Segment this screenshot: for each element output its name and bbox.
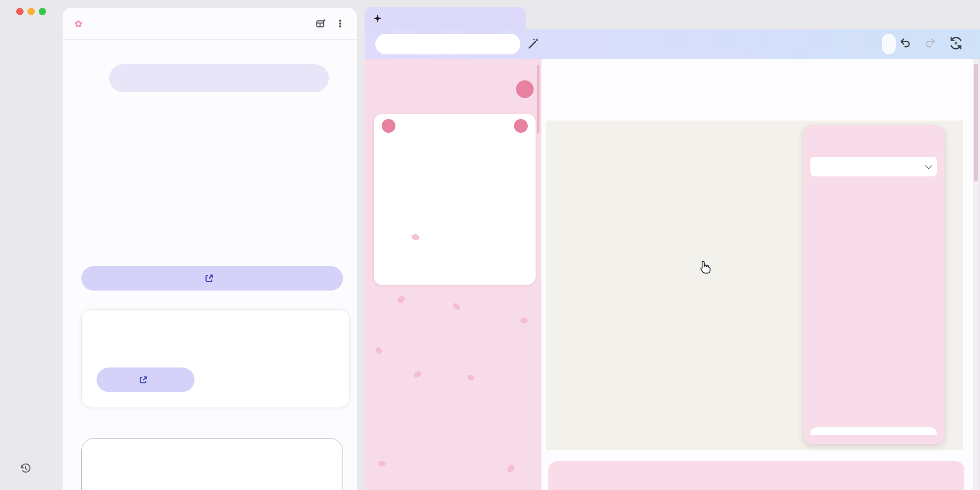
chat-header: ✿ ⋮ xyxy=(63,8,357,40)
calendar-card xyxy=(374,114,536,285)
chevron-down-icon xyxy=(925,162,932,169)
open-gentab-button[interactable] xyxy=(97,368,195,392)
spark-diamond-icon xyxy=(373,14,382,23)
spot-card-partial xyxy=(810,427,937,435)
user-message-bubble xyxy=(109,64,329,92)
external-link-icon xyxy=(139,375,148,385)
collapse-panel-button[interactable] xyxy=(516,80,534,98)
screen: ✿ ⋮ xyxy=(0,0,980,490)
toolbar-overflow-pill[interactable] xyxy=(882,34,896,54)
trip-planning-panel xyxy=(365,59,541,490)
chat-scroll-area[interactable] xyxy=(63,40,357,490)
close-window-button[interactable] xyxy=(16,8,24,15)
chat-panel: ✿ ⋮ xyxy=(63,8,357,490)
sakura-icon: ✿ xyxy=(74,18,82,29)
spot-type-select[interactable] xyxy=(810,157,937,176)
calendar-next-button[interactable] xyxy=(514,119,528,133)
history-icon[interactable] xyxy=(20,463,31,476)
viewing-spots-panel xyxy=(804,125,944,444)
tab-active-osaka-planner[interactable] xyxy=(365,7,526,29)
tab-strip xyxy=(365,5,980,29)
gentab-toolbar xyxy=(365,29,980,59)
gentab-grid-sparkle-icon[interactable] xyxy=(316,18,326,29)
gentab-ready-card xyxy=(81,309,350,407)
crowd-section xyxy=(548,461,964,490)
sync-sparkle-icon[interactable] xyxy=(949,36,963,52)
open-all-in-tabs-button[interactable] xyxy=(81,266,343,291)
magic-wand-icon[interactable] xyxy=(526,36,541,52)
window-controls xyxy=(16,8,46,15)
page-scrollbar-thumb[interactable] xyxy=(974,64,978,181)
calendar-prev-button[interactable] xyxy=(382,119,395,133)
maximize-window-button[interactable] xyxy=(39,8,46,15)
followup-input[interactable] xyxy=(81,438,343,490)
kebab-menu-icon[interactable]: ⋮ xyxy=(335,18,345,29)
custom-update-input[interactable] xyxy=(375,34,520,54)
undo-icon[interactable] xyxy=(899,37,911,51)
redo-icon[interactable] xyxy=(924,37,937,51)
minimize-window-button[interactable] xyxy=(27,8,35,15)
panel-scrollbar[interactable] xyxy=(537,65,539,133)
external-link-icon xyxy=(204,273,214,283)
